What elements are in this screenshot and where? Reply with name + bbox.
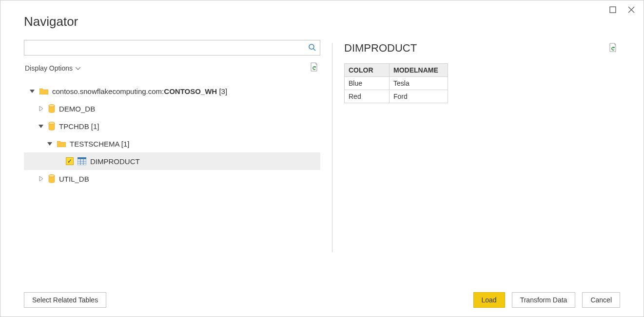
- collapse-icon[interactable]: [29, 89, 36, 93]
- preview-pane: DIMPRODUCT COLOR MODELNAME Blue Tesla Re…: [344, 40, 620, 263]
- checkbox[interactable]: [66, 157, 74, 165]
- cell: Red: [345, 90, 390, 103]
- restore-icon[interactable]: [609, 6, 616, 13]
- tree-node-label: TPCHDB [1]: [59, 122, 99, 131]
- display-options-dropdown[interactable]: Display Options: [25, 64, 80, 72]
- database-icon: [48, 122, 55, 131]
- cell: Ford: [390, 90, 448, 103]
- folder-icon: [39, 88, 48, 94]
- svg-line-2: [313, 49, 315, 51]
- window-title: Navigator: [0, 0, 644, 29]
- search-input-container[interactable]: [24, 40, 320, 56]
- cancel-button[interactable]: Cancel: [582, 292, 620, 308]
- svg-point-1: [309, 44, 314, 49]
- cell: Tesla: [390, 77, 448, 90]
- svg-point-6: [49, 122, 55, 125]
- tree-node-label: DEMO_DB: [59, 105, 95, 113]
- database-icon: [48, 174, 55, 183]
- load-button[interactable]: Load: [473, 292, 505, 308]
- tree-root[interactable]: contoso.snowflakecomputing.com:CONTOSO_W…: [24, 82, 320, 100]
- expand-icon[interactable]: [38, 176, 44, 181]
- left-pane: Display Options contoso.snowflakecomputi…: [24, 40, 320, 263]
- tree-node-label: UTIL_DB: [59, 175, 89, 183]
- svg-rect-8: [78, 157, 86, 159]
- cell: Blue: [345, 77, 390, 90]
- tree-node-label: TESTSCHEMA [1]: [70, 140, 130, 148]
- tree-node-tpchdb[interactable]: TPCHDB [1]: [24, 117, 320, 135]
- svg-rect-0: [610, 7, 616, 13]
- tree-node-testschema[interactable]: TESTSCHEMA [1]: [24, 135, 320, 152]
- database-icon: [48, 104, 55, 113]
- svg-point-14: [49, 175, 55, 177]
- folder-icon: [57, 140, 66, 147]
- display-options-label: Display Options: [25, 64, 73, 72]
- tree-node-dimproduct[interactable]: DIMPRODUCT: [24, 152, 320, 170]
- svg-point-4: [49, 105, 55, 107]
- transform-data-button[interactable]: Transform Data: [512, 292, 576, 308]
- collapse-icon[interactable]: [46, 141, 53, 146]
- tree-node-util-db[interactable]: UTIL_DB: [24, 170, 320, 187]
- column-header[interactable]: MODELNAME: [390, 64, 448, 77]
- collapse-icon[interactable]: [38, 124, 44, 129]
- navigator-tree: contoso.snowflakecomputing.com:CONTOSO_W…: [24, 82, 320, 187]
- expand-icon[interactable]: [38, 106, 44, 111]
- table-row: Red Ford: [345, 90, 448, 103]
- search-input[interactable]: [28, 40, 308, 55]
- preview-title: DIMPRODUCT: [344, 42, 417, 55]
- tree-node-label: DIMPRODUCT: [90, 157, 140, 166]
- tree-root-label: contoso.snowflakecomputing.com:CONTOSO_W…: [52, 87, 227, 95]
- table-row: Blue Tesla: [345, 77, 448, 90]
- preview-table: COLOR MODELNAME Blue Tesla Red Ford: [344, 63, 448, 103]
- refresh-icon[interactable]: [310, 62, 318, 74]
- table-icon: [78, 157, 86, 165]
- pane-divider: [332, 43, 332, 252]
- close-icon[interactable]: [628, 6, 635, 13]
- tree-node-demo-db[interactable]: DEMO_DB: [24, 100, 320, 117]
- select-related-tables-button[interactable]: Select Related Tables: [24, 292, 106, 308]
- refresh-preview-icon[interactable]: [608, 43, 617, 54]
- chevron-down-icon: [76, 67, 80, 70]
- column-header[interactable]: COLOR: [345, 64, 390, 77]
- search-icon[interactable]: [308, 43, 316, 53]
